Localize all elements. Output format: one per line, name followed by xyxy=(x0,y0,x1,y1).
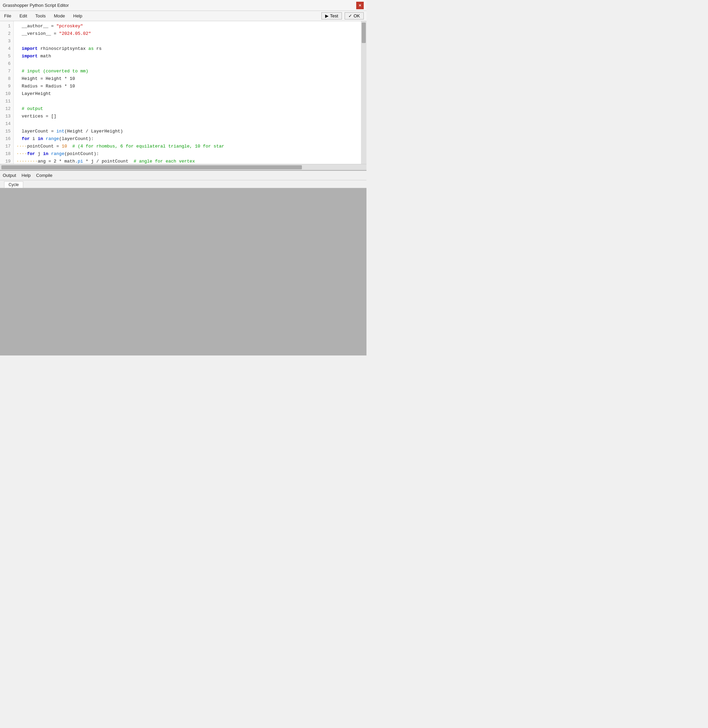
line-numbers: 1234567891011121314151617181920212223242… xyxy=(0,21,14,164)
line-number: 11 xyxy=(3,98,10,105)
line-number: 18 xyxy=(3,150,10,158)
menu-tools[interactable]: Tools xyxy=(34,13,47,19)
code-line: __author__ = "pcroskey" xyxy=(16,23,358,30)
line-number: 6 xyxy=(3,60,10,68)
line-number: 19 xyxy=(3,158,10,164)
code-line: import math xyxy=(16,52,358,60)
code-line: import rhinoscriptsyntax as rs xyxy=(16,45,358,52)
cycle-tab[interactable]: Cycle xyxy=(4,181,23,188)
menu-edit[interactable]: Edit xyxy=(18,13,28,19)
line-number: 7 xyxy=(3,68,10,75)
menu-help[interactable]: Help xyxy=(72,13,84,19)
ok-label: OK xyxy=(354,13,360,19)
vertical-scrollbar[interactable] xyxy=(361,21,367,164)
menu-file[interactable]: File xyxy=(3,13,13,19)
scrollbar-thumb[interactable] xyxy=(362,23,366,43)
test-label: Test xyxy=(330,13,338,19)
code-line: ········ang = 2 * math.pi * j / pointCou… xyxy=(16,158,358,164)
bottom-panel: Output Help Compile Cycle xyxy=(0,170,367,355)
code-line: ····pointCount = 10 # (4 for rhombus, 6 … xyxy=(16,143,358,150)
h-scrollbar-thumb[interactable] xyxy=(1,165,302,170)
code-line: Height = Height * 10 xyxy=(16,75,358,83)
menu-bar: File Edit Tools Mode Help ▶ Test ✓ OK xyxy=(0,11,367,21)
line-number: 3 xyxy=(3,38,10,45)
line-number: 13 xyxy=(3,113,10,120)
line-number: 4 xyxy=(3,45,10,52)
line-number: 9 xyxy=(3,83,10,90)
window-title: Grasshopper Python Script Editor xyxy=(3,3,69,8)
close-button[interactable]: × xyxy=(356,2,364,9)
code-line: vertices = [] xyxy=(16,113,358,120)
line-number: 10 xyxy=(3,90,10,98)
code-line: # input (converted to mm) xyxy=(16,68,358,75)
line-number: 15 xyxy=(3,128,10,135)
code-line xyxy=(16,38,358,45)
code-line: for i in range(layerCount): xyxy=(16,135,358,143)
line-number: 16 xyxy=(3,135,10,143)
output-content xyxy=(0,188,367,355)
output-menu-help[interactable]: Help xyxy=(22,173,31,178)
output-menu-compile[interactable]: Compile xyxy=(36,173,52,178)
code-line xyxy=(16,60,358,68)
code-area[interactable]: __author__ = "pcroskey" __version__ = "2… xyxy=(14,21,361,164)
output-menu-bar: Output Help Compile xyxy=(0,171,367,180)
test-icon: ▶ xyxy=(325,13,329,19)
line-number: 17 xyxy=(3,143,10,150)
horizontal-scrollbar[interactable] xyxy=(0,164,367,170)
code-line: __version__ = "2024.05.02" xyxy=(16,30,358,38)
line-number: 5 xyxy=(3,52,10,60)
code-line: LayerHeight xyxy=(16,90,358,98)
menu-mode[interactable]: Mode xyxy=(52,13,67,19)
test-button[interactable]: ▶ Test xyxy=(321,12,342,19)
code-line: Radius = Radius * 10 xyxy=(16,83,358,90)
menu-items: File Edit Tools Mode Help xyxy=(3,13,84,19)
title-bar: Grasshopper Python Script Editor × xyxy=(0,0,367,11)
line-number: 12 xyxy=(3,105,10,113)
ok-icon: ✓ xyxy=(348,13,352,19)
editor-area: 1234567891011121314151617181920212223242… xyxy=(0,21,367,164)
line-number: 2 xyxy=(3,30,10,38)
code-line xyxy=(16,98,358,105)
output-menu-output[interactable]: Output xyxy=(3,173,16,178)
code-line: layerCount = int(Height / LayerHeight) xyxy=(16,128,358,135)
ok-button[interactable]: ✓ OK xyxy=(345,12,364,19)
line-number: 14 xyxy=(3,120,10,128)
code-line: # output xyxy=(16,105,358,113)
output-tabs: Cycle xyxy=(0,180,367,188)
line-number: 8 xyxy=(3,75,10,83)
code-line xyxy=(16,120,358,128)
toolbar-right: ▶ Test ✓ OK xyxy=(321,12,364,19)
code-line: ····for j in range(pointCount): xyxy=(16,150,358,158)
line-number: 1 xyxy=(3,23,10,30)
